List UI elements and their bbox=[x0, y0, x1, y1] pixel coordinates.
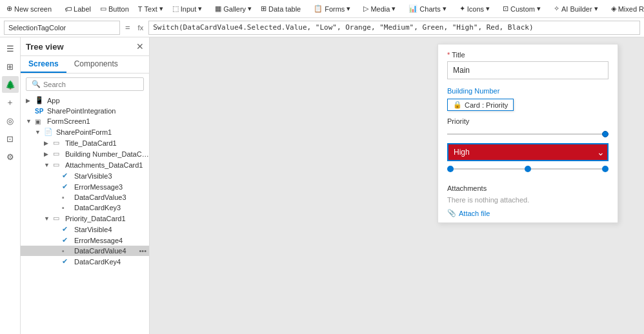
left-treeview-icon[interactable]: 🌲 bbox=[2, 76, 19, 93]
left-data-icon[interactable]: ⊞ bbox=[2, 58, 19, 75]
toolbar-label[interactable]: 🏷 Label bbox=[61, 2, 95, 16]
tree-item-datacardkey4[interactable]: ✔ DataCardKey4 bbox=[21, 256, 149, 267]
tree-close-button[interactable]: ✕ bbox=[136, 41, 144, 52]
equals-sign: = bbox=[123, 23, 133, 32]
charts-chevron: ▾ bbox=[443, 5, 447, 13]
attachments-label: Attachments bbox=[447, 184, 609, 192]
tree-item-building-datacard1[interactable]: ▶ ▭ Building Number_DataCard1 bbox=[21, 148, 149, 159]
search-input[interactable] bbox=[43, 81, 138, 88]
tree-item-app[interactable]: ▶ 📱 App bbox=[21, 95, 149, 106]
toolbar-charts[interactable]: 📊 Charts ▾ bbox=[405, 2, 450, 16]
toolbar-button[interactable]: ▭ Button bbox=[96, 2, 133, 16]
priority-card-label: Priority_DataCard1 bbox=[65, 215, 149, 222]
tree-item-formscreen1[interactable]: ▼ ▣ FormScreen1 bbox=[21, 116, 149, 126]
priority-select-wrapper: High Medium Low ⌄ bbox=[447, 143, 609, 161]
search-icon: 🔍 bbox=[32, 80, 41, 88]
tree-item-datacardvalue3[interactable]: ▪ DataCardValue3 bbox=[21, 192, 149, 202]
tree-item-starvisible4[interactable]: ✔ StarVisible4 bbox=[21, 224, 149, 235]
left-menu-icon[interactable]: ☰ bbox=[2, 40, 19, 57]
dcv3-icon: ▪ bbox=[62, 193, 72, 201]
left-variables-icon[interactable]: ◎ bbox=[2, 112, 19, 129]
custom-chevron: ▾ bbox=[537, 5, 541, 13]
spform-label: SharePointForm1 bbox=[56, 128, 149, 136]
toolbar-new-screen[interactable]: ⊕ New screen bbox=[3, 2, 55, 16]
charts-label: Charts bbox=[419, 5, 440, 13]
expand-building-card: ▶ bbox=[44, 151, 53, 157]
tree-tabs: Screens Components bbox=[21, 56, 149, 74]
toolbar-forms[interactable]: 📋 Forms ▾ bbox=[310, 2, 354, 16]
star3-icon: ✔ bbox=[62, 172, 72, 180]
left-components-icon[interactable]: ⊡ bbox=[2, 130, 19, 147]
input-icon: ⬚ bbox=[172, 5, 179, 13]
data-table-label: Data table bbox=[268, 5, 301, 13]
tree-item-attachments-datacard1[interactable]: ▼ ▭ Attachments_DataCard1 bbox=[21, 159, 149, 170]
formula-bar: SelectionTagColor = fx bbox=[0, 18, 644, 37]
data-table-icon: ⊞ bbox=[261, 5, 267, 13]
tab-components[interactable]: Components bbox=[66, 56, 126, 73]
tree-search-box[interactable]: 🔍 bbox=[26, 77, 144, 91]
dcv4-label: DataCardValue4 bbox=[74, 247, 136, 255]
priority-slider-bottom[interactable] bbox=[447, 162, 609, 175]
left-settings-icon[interactable]: ⚙ bbox=[2, 148, 19, 165]
left-plus-icon[interactable]: ＋ bbox=[2, 94, 19, 111]
building-number-link[interactable]: Building Number bbox=[438, 86, 618, 96]
toolbar-text[interactable]: T Text ▾ bbox=[134, 2, 167, 16]
title-field-input[interactable] bbox=[447, 61, 609, 79]
formscreen-icon: ▣ bbox=[35, 118, 45, 125]
tree-item-sharepointform1[interactable]: ▼ 📄 SharePointForm1 bbox=[21, 126, 149, 137]
err3-label: ErrorMessage3 bbox=[74, 183, 149, 191]
card-badge-lock-icon: 🔒 bbox=[453, 101, 462, 109]
expand-attachments-card: ▼ bbox=[44, 162, 53, 168]
attachments-card-label: Attachments_DataCard1 bbox=[65, 161, 149, 169]
text-label: Text bbox=[145, 5, 157, 13]
tree-item-datacardvalue4[interactable]: ▪ DataCardValue4 ••• bbox=[21, 246, 149, 256]
tree-item-starvisible3[interactable]: ✔ StarVisible3 bbox=[21, 170, 149, 181]
dck4-icon: ✔ bbox=[62, 257, 72, 266]
err4-label: ErrorMessage4 bbox=[74, 237, 149, 244]
formula-input[interactable] bbox=[148, 21, 640, 35]
toolbar: ⊕ New screen 🏷 Label ▭ Button T Text ▾ ⬚… bbox=[0, 0, 644, 18]
toolbar-media[interactable]: ▷ Media ▾ bbox=[359, 2, 399, 16]
tree-item-priority-datacard1[interactable]: ▼ ▭ Priority_DataCard1 bbox=[21, 213, 149, 224]
toolbar-gallery[interactable]: ▦ Gallery ▾ bbox=[211, 2, 256, 16]
attach-label: Attach file bbox=[459, 210, 490, 217]
attach-icon: 📎 bbox=[447, 209, 456, 217]
canvas-area[interactable]: Title Building Number 🔒 Card : Priority … bbox=[150, 37, 644, 334]
expand-formscreen: ▼ bbox=[26, 118, 35, 124]
tab-screens[interactable]: Screens bbox=[21, 56, 66, 73]
charts-icon: 📊 bbox=[408, 5, 418, 13]
form-preview: Title Building Number 🔒 Card : Priority … bbox=[438, 44, 618, 223]
formula-name-box[interactable]: SelectionTagColor bbox=[4, 21, 120, 35]
toolbar-icons[interactable]: ✦ Icons ▾ bbox=[456, 2, 494, 16]
toolbar-mixed-reality[interactable]: ◈ Mixed Reality ▾ bbox=[607, 2, 644, 16]
tree-item-title-datacard1[interactable]: ▶ ▭ Title_DataCard1 bbox=[21, 137, 149, 148]
slider-thumb-top[interactable] bbox=[602, 131, 609, 137]
media-chevron: ▾ bbox=[392, 5, 396, 13]
priority-section: Priority High Medium Low ⌄ bbox=[438, 113, 618, 179]
toolbar-data-table[interactable]: ⊞ Data table bbox=[257, 2, 305, 16]
priority-select[interactable]: High Medium Low bbox=[447, 143, 609, 161]
toolbar-input[interactable]: ⬚ Input ▾ bbox=[168, 2, 206, 16]
tree-item-sp-integration[interactable]: SP SharePointIntegration bbox=[21, 106, 149, 116]
button-label: Button bbox=[108, 5, 129, 13]
expand-spform: ▼ bbox=[35, 129, 44, 135]
attach-file-button[interactable]: 📎 Attach file bbox=[447, 209, 609, 217]
priority-card-icon: ▭ bbox=[53, 214, 63, 222]
card-badge-label: Card : Priority bbox=[465, 101, 508, 109]
ai-builder-label: AI Builder bbox=[561, 5, 592, 13]
tree-item-datacardkey3[interactable]: ▪ DataCardKey3 bbox=[21, 202, 149, 213]
text-chevron: ▾ bbox=[159, 5, 163, 13]
err3-icon: ✔ bbox=[62, 182, 72, 191]
tree-item-errormessage4[interactable]: ✔ ErrorMessage4 bbox=[21, 235, 149, 246]
dck3-label: DataCardKey3 bbox=[74, 204, 149, 211]
dck4-label: DataCardKey4 bbox=[74, 258, 149, 266]
priority-slider-top[interactable] bbox=[447, 128, 609, 141]
dcv4-actions[interactable]: ••• bbox=[136, 247, 149, 255]
tree-item-errormessage3[interactable]: ✔ ErrorMessage3 bbox=[21, 181, 149, 192]
toolbar-ai-builder[interactable]: ✧ AI Builder ▾ bbox=[550, 2, 602, 16]
gallery-icon: ▦ bbox=[215, 5, 221, 13]
star3-label: StarVisible3 bbox=[74, 172, 149, 180]
custom-icon: ⊡ bbox=[503, 5, 508, 13]
toolbar-custom[interactable]: ⊡ Custom ▾ bbox=[499, 2, 545, 16]
button-icon: ▭ bbox=[100, 5, 106, 13]
